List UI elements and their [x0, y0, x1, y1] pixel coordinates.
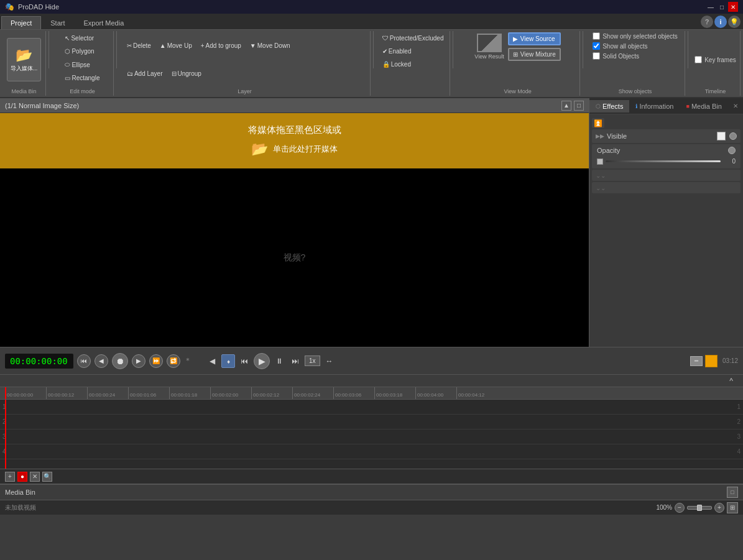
status-text: 未加载视频	[5, 503, 653, 512]
speed-badge[interactable]: 1x	[305, 356, 320, 366]
view-source-mixture-group: ▶ View Source ⊞ View Mixture	[508, 32, 561, 61]
canvas-expand-button[interactable]: □	[574, 101, 584, 111]
zoom-slider[interactable]	[687, 506, 712, 510]
ruler-mark-2: 00:00:00:24	[87, 387, 128, 399]
fast-forward-button[interactable]: ⏩	[149, 354, 163, 368]
marker-orange-button[interactable]	[705, 355, 718, 367]
tab-project[interactable]: Project	[1, 16, 41, 29]
bottom-bar: 未加载视频 100% − + ⊞	[0, 500, 743, 515]
info-icon[interactable]: i	[714, 16, 727, 28]
visible-checkbox-visual[interactable]	[717, 132, 726, 140]
edit-mode-label: Edit mode	[70, 87, 95, 94]
import-media-button[interactable]: 📂 导入媒体...	[7, 38, 41, 81]
visible-dot-button[interactable]	[729, 132, 737, 140]
solid-objects-checkbox[interactable]: Solid Objects	[593, 52, 639, 60]
ungroup-button[interactable]: ⊟ Ungroup	[168, 68, 205, 80]
sep1	[48, 31, 49, 68]
timeline-ruler: 00:00:00:00 00:00:00:12 00:00:00:24 00:0…	[0, 387, 743, 400]
time-display: 00:00:00:00	[5, 354, 73, 369]
open-media-button[interactable]: 📂 单击此处打开媒体	[251, 141, 338, 157]
tab-media-bin[interactable]: ■ Media Bin	[680, 100, 727, 112]
delete-track-button[interactable]: ✕	[30, 472, 40, 482]
step-forward-button[interactable]: ▶	[132, 354, 145, 368]
key-frames-checkbox[interactable]: Key frames	[695, 56, 736, 63]
record-button[interactable]: ●	[17, 472, 27, 482]
help-icon[interactable]: ?	[701, 16, 713, 28]
step-back-button[interactable]: ◀	[95, 354, 108, 368]
ruler-mark-7: 00:00:02:24	[292, 387, 333, 399]
opacity-slider-track[interactable]	[606, 160, 721, 162]
add-layer-button[interactable]: 🗂 Add Layer	[123, 68, 167, 80]
tab-export-media[interactable]: Export Media	[74, 16, 133, 29]
right-panel-close-button[interactable]: ✕	[731, 101, 741, 111]
play-button-center[interactable]: ▶	[254, 353, 270, 369]
section-collapse-2[interactable]: ⌄⌄	[592, 182, 741, 193]
view-mixture-icon: ⊞	[513, 51, 518, 58]
section-collapse-1[interactable]: ⌄⌄	[592, 170, 741, 181]
track-row-1: 1 1	[0, 400, 743, 415]
lightbulb-icon[interactable]: 💡	[728, 16, 741, 28]
canvas-collapse-button[interactable]: ▲	[561, 101, 571, 111]
add-track-button[interactable]: +	[5, 472, 15, 482]
protected-button[interactable]: 🛡 Protected/Excluded	[379, 32, 448, 44]
opacity-dot-button[interactable]	[728, 147, 736, 154]
title-bar-controls: — □ ✕	[706, 2, 738, 12]
tab-information[interactable]: ℹ Information	[629, 100, 680, 112]
zoom-in-button[interactable]: +	[714, 503, 724, 513]
maximize-button[interactable]: □	[717, 2, 727, 12]
track-num-2: 2	[2, 418, 12, 425]
view-source-button[interactable]: ▶ View Source	[508, 32, 561, 45]
zoom-slider-handle[interactable]	[697, 505, 702, 511]
selector-button[interactable]: ↖ Selector	[61, 32, 98, 44]
prev-frame-button[interactable]: ◀	[205, 354, 219, 368]
beginning-button[interactable]: ⏮	[238, 354, 251, 368]
keyframe-button[interactable]: ⬧	[221, 354, 235, 368]
track-num-3: 3	[2, 433, 12, 440]
enabled-button[interactable]: ✔ Enabled	[379, 45, 415, 57]
right-panel-tabs: ⬡ Effects ℹ Information ■ Media Bin ✕	[589, 98, 743, 114]
delete-button[interactable]: ✂ Delete	[123, 40, 155, 52]
track-num-1: 1	[2, 403, 12, 410]
show-only-selected-checkbox[interactable]: Show only selected objects	[593, 32, 678, 40]
rectangle-button[interactable]: ▭ Rectangle	[61, 72, 103, 84]
view-mixture-button[interactable]: ⊞ View Mixture	[508, 48, 561, 61]
add-to-group-button[interactable]: + Add to group	[197, 40, 245, 52]
title-bar-left: 🎭 ProDAD Hide	[5, 2, 59, 11]
fit-view-button[interactable]: ⊞	[727, 502, 738, 513]
panel-collapse-up-button[interactable]: ⏫	[592, 118, 604, 128]
ribbon-group-show-objects: Show only selected objects Show all obje…	[586, 31, 685, 96]
marker-yellow-button[interactable]: ━	[690, 356, 703, 366]
loop-button[interactable]: 🔁	[167, 354, 180, 368]
visible-section-header[interactable]: ▶▶ Visible	[592, 129, 741, 143]
add-layer-icon: 🗂	[127, 70, 133, 77]
canvas-drop-area[interactable]: 将媒体拖至黑色区域或 📂 单击此处打开媒体	[0, 113, 589, 168]
opacity-slider-handle[interactable]	[597, 158, 603, 165]
solid-objects-input[interactable]	[593, 52, 600, 60]
show-all-objects-checkbox[interactable]: Show all objects	[593, 42, 647, 50]
show-all-objects-input[interactable]	[593, 42, 600, 50]
tab-start[interactable]: Start	[41, 16, 74, 29]
video-placeholder-text: 视频?	[284, 252, 306, 264]
media-bin-expand-button[interactable]: □	[727, 487, 738, 498]
zoom-out-track-button[interactable]: 🔍	[42, 472, 52, 482]
skip-to-start-button[interactable]: ⏮	[77, 354, 91, 368]
zoom-out-button[interactable]: −	[675, 503, 685, 513]
polygon-button[interactable]: ⬡ Polygon	[61, 45, 98, 57]
end-button[interactable]: ⏭	[288, 354, 302, 368]
tab-effects[interactable]: ⬡ Effects	[589, 100, 629, 112]
delete-icon: ✂	[127, 42, 132, 49]
move-up-button[interactable]: ▲ Move Up	[156, 40, 196, 52]
view-result-swatch[interactable]	[477, 34, 502, 52]
minimize-button[interactable]: —	[706, 2, 716, 12]
ribbon-group-layer: ✂ Delete ▲ Move Up + Add to group ▼ Move…	[119, 31, 371, 96]
show-only-selected-input[interactable]	[593, 32, 600, 40]
move-down-button[interactable]: ▼ Move Down	[246, 40, 294, 52]
nav-right-button[interactable]: ↔	[323, 354, 336, 368]
locked-button[interactable]: 🔒 Locked	[379, 58, 415, 70]
effects-label: Effects	[602, 103, 623, 110]
ellipse-button[interactable]: ⬭ Ellipse	[61, 58, 93, 71]
play-pause-button[interactable]: ⏺	[112, 353, 128, 369]
key-frames-input[interactable]	[695, 56, 702, 63]
pause-button[interactable]: ⏸	[272, 354, 286, 368]
close-button[interactable]: ✕	[728, 2, 738, 12]
